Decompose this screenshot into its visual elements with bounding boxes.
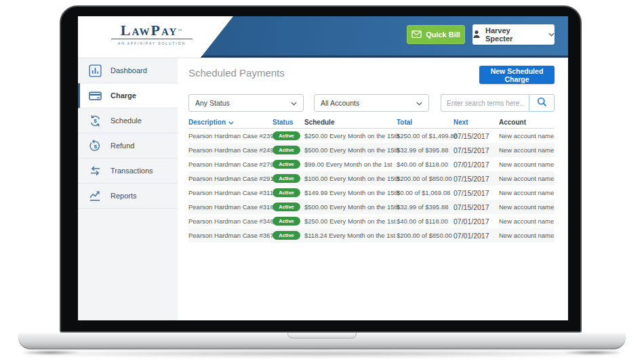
recurring-dollar-icon: $ [88, 114, 102, 127]
sidebar-item-dashboard[interactable]: Dashboard [78, 58, 178, 83]
sidebar-item-transactions[interactable]: Transactions [78, 158, 178, 184]
chevron-down-icon [416, 99, 422, 107]
row-next: 07/15/2017 [454, 175, 499, 183]
chevron-down-icon [291, 99, 297, 107]
table-row[interactable]: Pearson Hardman Case #348 Active $250.00… [188, 214, 555, 228]
laptop-shadow-right [563, 350, 624, 355]
column-header-status[interactable]: Status [273, 119, 304, 126]
row-description: Pearson Hardman Case #348 [188, 217, 273, 225]
swap-arrows-icon [88, 164, 102, 177]
row-total: $40.00 of $118.00 [397, 217, 454, 225]
sidebar-item-label: Transactions [110, 167, 153, 175]
app-header: LawPay™ AN AFFINIPAY SOLUTION Quick Bill… [78, 16, 568, 58]
quick-bill-button[interactable]: Quick Bill [407, 25, 465, 44]
row-account: New account name [499, 217, 555, 225]
row-account: New account name [499, 232, 555, 239]
status-badge: Active [273, 203, 300, 211]
row-description: Pearson Hardman Case #318 [188, 203, 273, 211]
row-account: New account name [499, 161, 555, 168]
table-row[interactable]: Pearson Hardman Case #291 Active $100.00… [188, 171, 555, 186]
column-header-schedule: Schedule [304, 119, 397, 126]
sidebar-item-charge[interactable]: Charge [78, 83, 178, 108]
page-title: Scheduled Payments [188, 67, 285, 79]
sidebar-item-refund[interactable]: $ Refund [78, 133, 178, 158]
row-next: 07/15/2017 [454, 189, 499, 197]
column-header-account: Account [499, 119, 555, 126]
row-description: Pearson Hardman Case #291 [188, 175, 273, 182]
row-next: 07/15/2017 [454, 146, 499, 154]
row-total: $200.00 of $850.00 [397, 232, 454, 239]
row-description: Pearson Hardman Case #239 [188, 132, 273, 140]
row-account: New account name [499, 189, 555, 196]
quick-bill-label: Quick Bill [426, 30, 460, 39]
row-schedule: $250.00 Every Month on the 1st [304, 217, 397, 225]
chevron-down-icon [548, 33, 555, 37]
page: LawPay™ AN AFFINIPAY SOLUTION Quick Bill… [0, 0, 644, 361]
column-header-next[interactable]: Next [454, 119, 499, 126]
column-header-description[interactable]: Description [188, 119, 273, 126]
logo-wordmark: LawPay™ [108, 22, 195, 39]
table-row[interactable]: Pearson Hardman Case #318 Active $500.00… [188, 200, 555, 214]
row-schedule: $250.00 Every Month on the 15th [304, 132, 397, 140]
column-header-total[interactable]: Total [397, 119, 454, 126]
laptop-lid-notch [287, 333, 357, 339]
search-button[interactable] [529, 94, 555, 112]
row-schedule: $99.00 Every Month on the 1st [304, 161, 397, 168]
sidebar: Dashboard Charge $ Schedule $ [78, 58, 178, 320]
status-badge: Active [273, 217, 300, 226]
row-description: Pearson Hardman Case #311 [188, 189, 273, 196]
search-input[interactable] [441, 94, 529, 112]
status-badge: Active [273, 188, 300, 197]
bar-chart-icon [88, 64, 102, 77]
table-row[interactable]: Pearson Hardman Case #249 Active $500.00… [188, 143, 555, 157]
accounts-filter-select[interactable]: All Accounts [314, 94, 429, 112]
row-account: New account name [499, 203, 555, 211]
new-scheduled-charge-button[interactable]: New Scheduled Charge [479, 66, 555, 84]
sidebar-item-schedule[interactable]: $ Schedule [78, 108, 178, 133]
row-description: Pearson Hardman Case #279 [188, 161, 273, 168]
refund-dollar-icon: $ [88, 139, 102, 152]
row-next: 07/15/2017 [454, 132, 499, 140]
row-total: $32.99 of $395.88 [397, 146, 454, 154]
laptop-shadow [24, 350, 620, 357]
laptop-screen-bezel: LawPay™ AN AFFINIPAY SOLUTION Quick Bill… [60, 5, 582, 333]
laptop-shadow-left [20, 350, 81, 355]
row-total: $32.99 of $395.88 [397, 203, 454, 211]
row-schedule: $100.00 Every Month on the 15th [304, 175, 397, 182]
lawpay-logo: LawPay™ AN AFFINIPAY SOLUTION [108, 22, 195, 45]
caret-down-icon [228, 119, 234, 126]
table-row[interactable]: Pearson Hardman Case #367 Active $118.24… [188, 228, 555, 242]
table-row[interactable]: Pearson Hardman Case #279 Active $99.00 … [188, 157, 555, 171]
sidebar-item-reports[interactable]: Reports [78, 184, 178, 209]
row-account: New account name [499, 175, 555, 182]
row-description: Pearson Hardman Case #249 [188, 146, 273, 154]
row-next: 07/15/2017 [454, 203, 499, 211]
row-next: 07/01/2017 [454, 217, 499, 226]
row-schedule: $149.99 Every Month on the 15th [304, 189, 397, 196]
row-description: Pearson Hardman Case #367 [188, 232, 273, 239]
row-next: 07/01/2017 [454, 232, 499, 240]
sidebar-item-label: Schedule [110, 116, 142, 125]
credit-card-icon [88, 89, 102, 102]
sidebar-item-label: Refund [110, 142, 134, 150]
row-total: $250.00 of $1,499.88 [397, 132, 454, 140]
table-row[interactable]: Pearson Hardman Case #239 Active $250.00… [188, 129, 555, 143]
status-filter-select[interactable]: Any Status [188, 94, 304, 112]
sidebar-item-label: Dashboard [110, 66, 147, 75]
row-account: New account name [499, 146, 555, 154]
main-content: Scheduled Payments New Scheduled Charge … [178, 58, 568, 320]
row-schedule: $500.00 Every Month on the 15th [304, 203, 397, 211]
row-total: $200.00 of $850.00 [397, 175, 454, 182]
svg-text:$: $ [94, 144, 97, 150]
search-group [441, 94, 555, 112]
table-row[interactable]: Pearson Hardman Case #311 Active $149.99… [188, 186, 555, 200]
magnifier-icon [537, 97, 547, 110]
sidebar-item-label: Charge [110, 91, 136, 100]
user-menu-button[interactable]: Harvey Specter [472, 24, 555, 45]
scheduled-payments-table: Description Status Schedule Total Next A… [188, 116, 555, 242]
status-filter-value: Any Status [195, 99, 230, 107]
user-name: Harvey Specter [485, 26, 540, 43]
row-schedule: $118.24 Every Month on the 1st [304, 232, 397, 239]
status-badge: Active [273, 174, 300, 183]
logo-tagline: AN AFFINIPAY SOLUTION [108, 41, 195, 45]
